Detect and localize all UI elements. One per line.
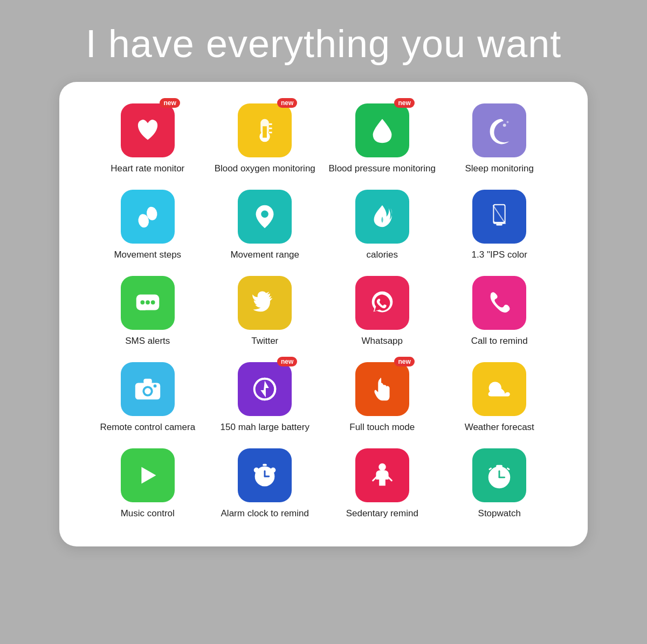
touch-icon-wrap: new <box>355 362 409 416</box>
heart-rate-label: Heart rate monitor <box>111 163 184 175</box>
feature-whatsapp: Whatsapp <box>326 276 438 347</box>
weather-icon-wrap <box>472 362 526 416</box>
call-label: Call to remind <box>471 335 528 347</box>
feature-call: Call to remind <box>444 276 556 347</box>
touch-new-badge: new <box>394 357 414 366</box>
feature-sms: SMS alerts <box>92 276 204 347</box>
svg-rect-41 <box>496 465 503 468</box>
svg-rect-13 <box>496 224 503 226</box>
heart-rate-new-badge: new <box>160 98 180 108</box>
feature-sleep: Sleep monitoring <box>444 103 556 175</box>
svg-point-25 <box>153 385 156 388</box>
sleep-label: Sleep monitoring <box>465 163 534 175</box>
battery-label: 150 mah large battery <box>221 421 309 433</box>
feature-ips: 1.3 "IPS color <box>444 190 556 261</box>
sedentary-label: Sedentary remind <box>346 508 418 520</box>
feature-steps: Movement steps <box>92 190 204 261</box>
battery-new-badge: new <box>277 357 297 366</box>
sms-icon-wrap <box>121 276 175 330</box>
call-icon-wrap <box>472 276 526 330</box>
blood-oxygen-label: Blood oxygen monitoring <box>215 163 315 175</box>
svg-rect-31 <box>263 464 267 466</box>
svg-point-37 <box>378 463 386 471</box>
svg-point-23 <box>144 388 151 394</box>
stopwatch-icon-wrap <box>472 448 526 502</box>
svg-point-35 <box>271 468 276 473</box>
twitter-icon-wrap <box>238 276 292 330</box>
alarm-label: Alarm clock to remind <box>221 508 309 520</box>
feature-twitter: Twitter <box>209 276 321 347</box>
weather-label: Weather forecast <box>465 421 534 433</box>
svg-point-34 <box>254 468 259 473</box>
svg-rect-2 <box>263 126 267 137</box>
blood-oxygen-new-badge: new <box>277 98 297 108</box>
feature-weather: Weather forecast <box>444 362 556 433</box>
ips-icon-wrap <box>472 190 526 244</box>
svg-point-16 <box>140 300 144 304</box>
music-icon-wrap <box>121 448 175 502</box>
svg-point-18 <box>151 300 155 304</box>
twitter-label: Twitter <box>251 335 278 347</box>
features-card: newHeart rate monitornewBlood oxygen mon… <box>59 82 588 546</box>
feature-music: Music control <box>92 448 204 520</box>
feature-alarm: Alarm clock to remind <box>209 448 321 520</box>
battery-icon-wrap: new <box>238 362 292 416</box>
svg-point-6 <box>503 123 506 127</box>
movement-range-icon-wrap <box>238 190 292 244</box>
whatsapp-icon-wrap <box>355 276 409 330</box>
feature-stopwatch: Stopwatch <box>444 448 556 520</box>
stopwatch-label: Stopwatch <box>478 508 521 520</box>
camera-icon-wrap <box>121 362 175 416</box>
svg-rect-36 <box>261 484 268 487</box>
steps-label: Movement steps <box>114 249 181 261</box>
svg-point-17 <box>146 300 150 304</box>
music-label: Music control <box>121 508 175 520</box>
blood-pressure-icon-wrap: new <box>355 103 409 157</box>
main-title: I have everything you want <box>86 22 562 66</box>
blood-pressure-label: Blood pressure monitoring <box>329 163 436 175</box>
alarm-icon-wrap <box>238 448 292 502</box>
feature-blood-pressure: newBlood pressure monitoring <box>326 103 438 175</box>
movement-range-label: Movement range <box>230 249 299 261</box>
whatsapp-label: Whatsapp <box>361 335 403 347</box>
sms-label: SMS alerts <box>125 335 170 347</box>
svg-marker-29 <box>141 467 156 484</box>
feature-calories: calories <box>326 190 438 261</box>
svg-point-10 <box>261 210 269 218</box>
ips-label: 1.3 "IPS color <box>472 249 527 261</box>
feature-movement-range: Movement range <box>209 190 321 261</box>
sleep-icon-wrap <box>472 103 526 157</box>
feature-battery: new150 mah large battery <box>209 362 321 433</box>
blood-oxygen-icon-wrap: new <box>238 103 292 157</box>
heart-rate-icon-wrap: new <box>121 103 175 157</box>
feature-heart-rate: newHeart rate monitor <box>92 103 204 175</box>
sedentary-icon-wrap <box>355 448 409 502</box>
feature-sedentary: Sedentary remind <box>326 448 438 520</box>
steps-icon-wrap <box>121 190 175 244</box>
svg-point-7 <box>507 121 509 123</box>
touch-label: Full touch mode <box>349 421 415 433</box>
features-grid: newHeart rate monitornewBlood oxygen mon… <box>92 103 555 520</box>
calories-icon-wrap <box>355 190 409 244</box>
svg-rect-24 <box>143 379 152 384</box>
blood-pressure-new-badge: new <box>394 98 414 108</box>
feature-camera: Remote control camera <box>92 362 204 433</box>
feature-blood-oxygen: newBlood oxygen monitoring <box>209 103 321 175</box>
camera-label: Remote control camera <box>100 421 195 433</box>
feature-touch: newFull touch mode <box>326 362 438 433</box>
calories-label: calories <box>366 249 398 261</box>
